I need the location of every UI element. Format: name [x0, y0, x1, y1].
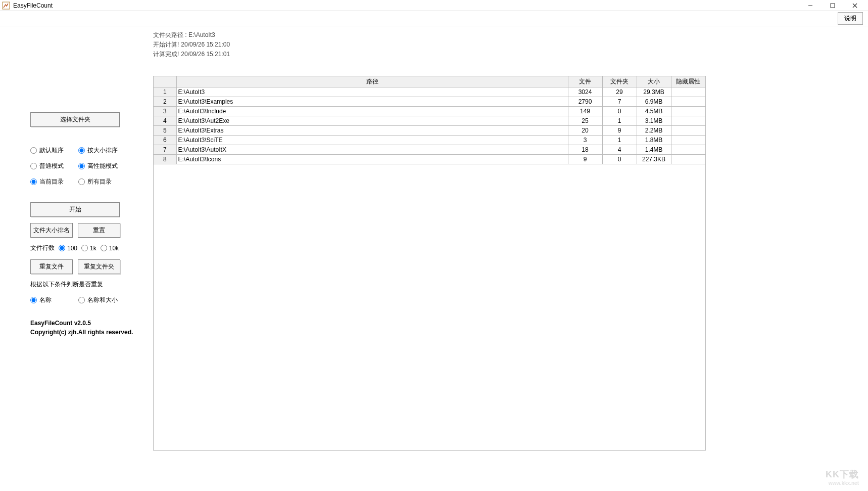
radio-current-dir-label: 当前目录 [39, 177, 64, 186]
cell-hidden [671, 97, 705, 106]
table-row[interactable]: 2E:\AutoIt3\Examples279076.9MB [154, 97, 705, 106]
row-number: 5 [154, 125, 176, 135]
cell-size: 6.9MB [637, 97, 671, 106]
radio-all-dirs[interactable]: 所有目录 [78, 177, 126, 186]
table-row[interactable]: 8E:\AutoIt3\Icons90227.3KB [154, 154, 705, 164]
cell-files: 20 [568, 125, 602, 135]
col-header-path[interactable]: 路径 [176, 76, 568, 87]
help-button[interactable]: 说明 [838, 12, 863, 25]
info-lines: 文件夹路径 : E:\AutoIt3 开始计算!20/09/26 15:21:0… [153, 30, 864, 64]
calc-done-label: 计算完成! [153, 51, 179, 58]
cell-path: E:\AutoIt3\Examples [176, 97, 568, 106]
cell-files: 149 [568, 106, 602, 116]
cell-size: 2.2MB [637, 125, 671, 135]
col-header-folders[interactable]: 文件夹 [602, 76, 637, 87]
cell-path: E:\AutoIt3\Icons [176, 154, 568, 164]
cell-hidden [671, 154, 705, 164]
table-row[interactable]: 7E:\AutoIt3\AutoItX1841.4MB [154, 145, 705, 154]
dup-file-button[interactable]: 重复文件 [30, 259, 73, 274]
cell-hidden [671, 145, 705, 154]
calc-start-label: 开始计算! [153, 41, 179, 48]
row-number: 8 [154, 154, 176, 164]
radio-by-size-order[interactable]: 按大小排序 [78, 146, 126, 155]
row-number: 7 [154, 145, 176, 154]
cell-hidden [671, 135, 705, 145]
calc-start-time: 20/09/26 15:21:00 [181, 41, 230, 48]
version-text: EasyFileCount v2.0.5 [30, 319, 141, 328]
close-button[interactable] [844, 0, 866, 11]
cell-size: 1.8MB [637, 135, 671, 145]
cell-size: 1.4MB [637, 145, 671, 154]
result-table: 路径 文件 文件夹 大小 隐藏属性 1E:\AutoIt330242929.3M… [153, 76, 706, 451]
col-header-files[interactable]: 文件 [568, 76, 602, 87]
cell-folders: 9 [602, 125, 637, 135]
cell-hidden [671, 125, 705, 135]
table-row[interactable]: 4E:\AutoIt3\Aut2Exe2513.1MB [154, 116, 705, 125]
cell-files: 3 [568, 135, 602, 145]
cell-path: E:\AutoIt3\SciTE [176, 135, 568, 145]
cell-files: 9 [568, 154, 602, 164]
cell-size: 29.3MB [637, 87, 671, 97]
radio-high-perf-mode-label: 高性能模式 [87, 162, 118, 170]
radio-default-order-label: 默认顺序 [39, 146, 64, 155]
cell-hidden [671, 106, 705, 116]
cell-path: E:\AutoIt3 [176, 87, 568, 97]
cell-folders: 1 [602, 116, 637, 125]
row-number: 1 [154, 87, 176, 97]
reset-button[interactable]: 重置 [78, 223, 120, 238]
col-header-hidden[interactable]: 隐藏属性 [671, 76, 705, 87]
select-folder-button[interactable]: 选择文件夹 [30, 112, 120, 127]
watermark-main: KK下载 [826, 469, 859, 479]
cell-files: 25 [568, 116, 602, 125]
table-row[interactable]: 3E:\AutoIt3\Include14904.5MB [154, 106, 705, 116]
window-title: EasyFileCount [13, 2, 53, 9]
cell-folders: 1 [602, 135, 637, 145]
radio-all-dirs-label: 所有目录 [87, 177, 112, 186]
content-area: 文件夹路径 : E:\AutoIt3 开始计算!20/09/26 15:21:0… [153, 26, 868, 491]
dup-folder-button[interactable]: 重复文件夹 [78, 259, 120, 274]
start-button[interactable]: 开始 [30, 202, 120, 217]
radio-dup-name[interactable]: 名称 [30, 296, 78, 304]
titlebar: EasyFileCount [0, 0, 868, 11]
cell-folders: 0 [602, 154, 637, 164]
radio-high-perf-mode[interactable]: 高性能模式 [78, 162, 126, 170]
copyright-text: Copyright(c) zjh.All rights reserved. [30, 328, 141, 337]
radio-dup-name-size[interactable]: 名称和大小 [78, 296, 126, 304]
svg-rect-2 [831, 4, 835, 8]
radio-current-dir[interactable]: 当前目录 [30, 177, 78, 186]
table-row[interactable]: 1E:\AutoIt330242929.3MB [154, 87, 705, 97]
cell-files: 18 [568, 145, 602, 154]
radio-lines-1k[interactable]: 1k [81, 245, 97, 252]
cell-path: E:\AutoIt3\Include [176, 106, 568, 116]
calc-done-time: 20/09/26 15:21:01 [181, 51, 230, 58]
radio-normal-mode-label: 普通模式 [39, 162, 64, 170]
dup-criteria-label: 根据以下条件判断是否重复 [30, 280, 141, 289]
cell-hidden [671, 116, 705, 125]
cell-folders: 7 [602, 97, 637, 106]
top-toolbar: 说明 [0, 11, 868, 26]
row-number: 4 [154, 116, 176, 125]
radio-lines-10k[interactable]: 10k [101, 245, 119, 252]
file-size-rank-button[interactable]: 文件大小排名 [30, 223, 73, 238]
table-row[interactable]: 6E:\AutoIt3\SciTE311.8MB [154, 135, 705, 145]
table-row[interactable]: 5E:\AutoIt3\Extras2092.2MB [154, 125, 705, 135]
table-header-row: 路径 文件 文件夹 大小 隐藏属性 [154, 76, 705, 87]
row-number: 3 [154, 106, 176, 116]
sidebar: 选择文件夹 默认顺序 按大小排序 普通模式 高性能模式 当前目录 所有目录 开始… [0, 26, 153, 491]
maximize-button[interactable] [822, 0, 844, 11]
radio-lines-100[interactable]: 100 [59, 245, 77, 252]
col-header-size[interactable]: 大小 [637, 76, 671, 87]
cell-hidden [671, 87, 705, 97]
cell-files: 2790 [568, 97, 602, 106]
radio-default-order[interactable]: 默认顺序 [30, 146, 78, 155]
cell-path: E:\AutoIt3\AutoItX [176, 145, 568, 154]
watermark-sub: www.kkx.net [826, 480, 859, 486]
cell-files: 3024 [568, 87, 602, 97]
row-number: 2 [154, 97, 176, 106]
folder-path-value: E:\AutoIt3 [188, 31, 215, 38]
cell-path: E:\AutoIt3\Aut2Exe [176, 116, 568, 125]
col-header-rownum[interactable] [154, 76, 176, 87]
folder-path-label: 文件夹路径 : [153, 31, 187, 38]
radio-normal-mode[interactable]: 普通模式 [30, 162, 78, 170]
minimize-button[interactable] [799, 0, 822, 11]
